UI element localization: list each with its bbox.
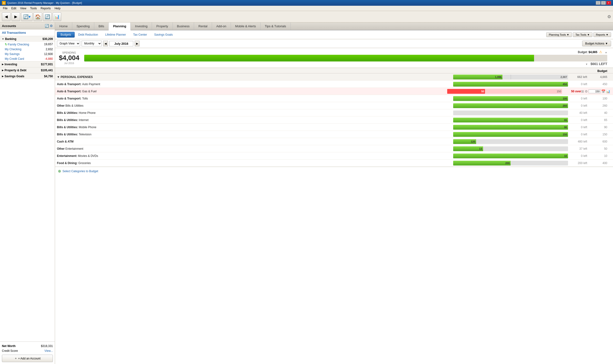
scroll-down-arrow[interactable]: ▼ [586,63,588,65]
subtab-debt-reduction[interactable]: Debt Reduction [75,32,102,38]
chart-icon[interactable]: 📊 [606,90,610,93]
budget-amount: $4,665 [589,51,598,54]
planning-tools-button[interactable]: Planning Tools ▼ [546,32,572,37]
savings-group-header[interactable]: ▶ Savings Goals $4,750 [0,73,55,79]
menu-tools[interactable]: Tools [28,6,39,11]
account-item-my-credit-card[interactable]: My Credit Card -4,880 [0,56,55,61]
menu-edit[interactable]: Edit [9,6,18,11]
tax-tools-button[interactable]: Tax Tools ▼ [573,32,592,37]
budget-input-gas[interactable] [589,90,600,93]
tab-rental[interactable]: Rental [194,23,212,30]
tab-mobile-alerts[interactable]: Mobile & Alerts [231,23,261,30]
settings-gear-icon[interactable]: ⚙ [607,14,611,19]
banking-group-header[interactable]: ▼ Banking $30,209 [0,36,55,42]
account-group-investing: ▶ Investing $177,931 [0,61,55,67]
tab-spending[interactable]: Spending [72,23,94,30]
subtab-savings-goals[interactable]: Savings Goals [151,32,176,38]
scroll-up-arrow[interactable]: ▲ [605,51,607,53]
tab-bills[interactable]: Bills [94,23,109,30]
property-group-header[interactable]: ▶ Property & Debt $105,441 [0,67,55,73]
bar-fill-mobile: 90 [453,125,568,130]
select-categories-link[interactable]: Select Categories to Budget [62,169,98,173]
table-row: Auto & Transport: Auto Payment 450 0 lef… [55,81,613,88]
bar-fill-auto-payment: 450 [453,82,568,87]
group-budget-bar-label: 2,007 [560,76,567,78]
refresh-dropdown-button[interactable]: 🔄▾ [21,13,33,21]
group-name-personal: ▼ PERSONAL EXPENSES [57,74,453,80]
apps-button[interactable]: 📊 [53,13,61,21]
sidebar-settings-icon[interactable]: ⚙ [50,24,53,28]
col-header-bar [453,69,568,73]
account-item-my-checking[interactable]: My Checking 2,832 [0,47,55,52]
net-worth-label: Net Worth [2,344,15,348]
row-name-groceries: Food & Dining: Groceries [57,160,453,166]
row-left-internet: 0 left [568,118,587,122]
subtab-budgets[interactable]: Budgets [57,32,75,38]
my-checking-name: My Checking [5,48,21,51]
tab-tips[interactable]: Tips & Tutorials [261,23,291,30]
main-layout: Accounts 🔄 ⚙ All Transactions ▼ Banking … [0,23,613,364]
transaction-icon[interactable]: ⊞ [581,90,584,93]
menu-file[interactable]: File [1,6,9,11]
investing-group-header[interactable]: ▶ Investing $177,931 [0,62,55,67]
add-account-button[interactable]: ＋ + Add an Account [2,355,53,362]
menu-reports[interactable]: Reports [39,6,53,11]
group-left: 662 left [568,75,587,79]
account-item-my-savings[interactable]: My Savings 12,600 [0,52,55,56]
budget-label: Budget: [578,51,588,54]
menu-view[interactable]: View [18,6,28,11]
row-budget-internet: 65 [587,118,611,122]
account-item-family-checking[interactable]: ↻ Family Checking 19,657 [0,42,55,47]
sidebar-header-icons: 🔄 ⚙ [45,24,53,28]
credit-score-label: Credit Score [2,349,18,352]
forward-button[interactable]: ▶ [12,13,20,21]
reports-button[interactable]: Reports ▼ [593,32,611,37]
tab-addon[interactable]: Add-on [212,23,231,30]
refresh-button[interactable]: 🔄 [43,13,52,21]
window-title: Quicken 2016 Rental Property Manager - M… [7,1,82,4]
table-row: Other Bills & Utilities 260 0 left 260 [55,102,613,109]
view-select[interactable]: Graph View Detail View [57,41,80,46]
table-row: Bills & Utilities: Home Phone 40 left 40 [55,109,613,117]
property-amount: $105,441 [41,69,53,72]
row-left-auto-payment: 0 left [568,82,587,86]
row-bar-television: 150 [453,132,568,137]
minimize-button[interactable]: ─ [596,1,600,5]
subtab-lifetime-planner[interactable]: Lifetime Planner [102,32,130,38]
settings-icon[interactable]: ⚙ [585,90,588,93]
home-button[interactable]: 🏠 [34,13,42,21]
subtab-tax-center[interactable]: Tax Center [129,32,150,38]
row-bar-auto-payment: 450 [453,82,568,87]
investing-label: Investing [5,63,17,66]
row-name-tolls: Auto & Transport: Tolls [57,96,453,101]
row-budget-entertainment: 50 [587,147,611,150]
period-select[interactable]: Monthly Quarterly Yearly [81,41,102,46]
menu-help[interactable]: Help [53,6,62,11]
tab-planning[interactable]: Planning [109,23,131,30]
sidebar-refresh-icon[interactable]: 🔄 [45,24,49,28]
account-group-banking: ▼ Banking $30,209 ↻ Family Checking 19,6… [0,36,55,61]
budget-actions-button[interactable]: Budget Actions ▼ [582,41,611,46]
tab-home[interactable]: Home [55,23,72,30]
tab-investing[interactable]: Investing [131,23,152,30]
checking-icon: ↻ [5,43,7,46]
tab-business[interactable]: Business [173,23,194,30]
all-transactions-link[interactable]: All Transactions [0,29,55,36]
calendar-icon[interactable]: 📅 [601,90,605,93]
left-amount: $661 LEFT [590,62,607,66]
main-progress-fill [84,55,534,62]
row-name-internet: Bills & Utilities: Internet [57,117,453,123]
row-left-tv: 0 left [568,133,587,136]
prev-month-button[interactable]: ◀ [103,41,108,46]
next-month-button[interactable]: ▶ [135,41,139,46]
bar-fill-groceries: 200 [453,161,511,166]
savings-amount: $4,750 [44,75,53,78]
maximize-button[interactable]: □ [601,1,606,5]
credit-score-view-link[interactable]: View... [44,349,53,352]
close-button[interactable]: ✕ [606,1,611,5]
budget-table-area: Budget ▼ PERSONAL EXPENSES 1,996 2,007 6… [55,68,613,364]
tab-property[interactable]: Property [152,23,173,30]
planning-tools-label: Planning Tools ▼ [549,33,569,36]
budget-toolbar-right: Budget Actions ▼ [582,41,611,46]
back-button[interactable]: ◀ [2,13,11,21]
